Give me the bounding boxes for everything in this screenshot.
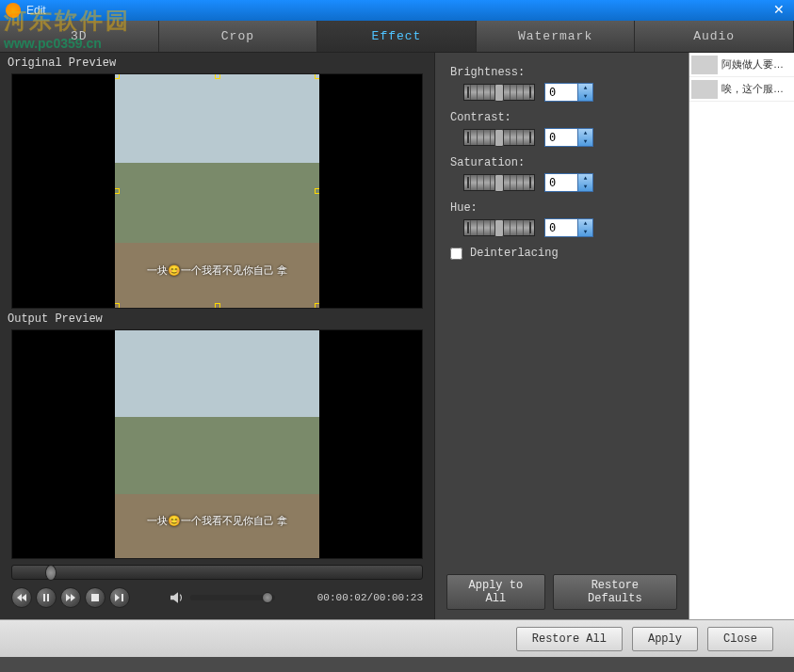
saturation-spinner[interactable]: ▲▼ [544, 173, 593, 192]
original-preview-label: Original Preview [0, 53, 434, 73]
original-video-frame: 一块😊一个我看不见你自己 拿 [115, 74, 320, 308]
svg-rect-0 [91, 594, 99, 601]
contrast-label: Contrast: [450, 111, 673, 124]
next-button[interactable] [109, 587, 130, 608]
time-display: 00:00:02/00:00:23 [317, 592, 423, 603]
saturation-down[interactable]: ▼ [578, 183, 592, 191]
volume-slider[interactable] [190, 595, 275, 600]
list-item-label: 唉，这个服务… [721, 82, 792, 96]
hue-input[interactable] [544, 218, 578, 237]
volume-knob[interactable] [262, 592, 273, 603]
saturation-input[interactable] [544, 173, 578, 192]
effect-panel: Brightness: ▲▼ Contrast: ▲▼ [434, 53, 689, 619]
volume-icon[interactable] [170, 590, 186, 605]
output-video-frame: 一块😊一个我看不见你自己 拿 [115, 330, 320, 558]
sidebar-list: 阿姨做人要诚… 唉，这个服务… [689, 53, 794, 619]
brightness-spinner[interactable]: ▲▼ [544, 83, 593, 102]
hue-down[interactable]: ▼ [578, 228, 592, 236]
hue-spinner[interactable]: ▲▼ [544, 218, 593, 237]
timeline-knob[interactable] [45, 565, 57, 581]
contrast-input[interactable] [544, 128, 578, 147]
original-preview: 一块😊一个我看不见你自己 拿 [11, 73, 423, 309]
brightness-slider[interactable] [463, 84, 535, 101]
hue-up[interactable]: ▲ [578, 219, 592, 228]
brightness-up[interactable]: ▲ [578, 84, 592, 92]
apply-button[interactable]: Apply [632, 627, 698, 651]
title-bar: Edit ✕ [0, 0, 794, 21]
saturation-up[interactable]: ▲ [578, 174, 592, 183]
tab-bar: 3D Crop Effect Watermark Audio [0, 21, 794, 53]
playback-timeline[interactable] [11, 565, 423, 580]
hue-slider[interactable] [463, 219, 535, 236]
list-item[interactable]: 唉，这个服务… [689, 77, 794, 102]
restore-all-button[interactable]: Restore All [516, 627, 623, 651]
stop-button[interactable] [85, 587, 105, 608]
app-icon [6, 3, 21, 18]
dialog-button-bar: Restore All Apply Close [0, 619, 794, 657]
deinterlacing-label: Deinterlacing [470, 247, 559, 260]
saturation-slider[interactable] [463, 174, 535, 191]
tab-effect[interactable]: Effect [317, 21, 477, 52]
brightness-input[interactable] [544, 83, 578, 102]
panel-footer: Apply to All Restore Defaults [435, 565, 689, 619]
contrast-spinner[interactable]: ▲▼ [544, 128, 593, 147]
list-item-label: 阿姨做人要诚… [721, 57, 792, 72]
output-preview-label: Output Preview [0, 309, 434, 329]
brightness-label: Brightness: [450, 66, 673, 79]
playback-controls: 00:00:02/00:00:23 [0, 584, 434, 616]
pause-button[interactable] [36, 587, 57, 608]
contrast-slider[interactable] [463, 129, 535, 146]
apply-to-all-button[interactable]: Apply to All [446, 574, 545, 610]
list-thumbnail [691, 56, 718, 74]
tab-crop[interactable]: Crop [159, 21, 318, 52]
saturation-label: Saturation: [450, 156, 673, 169]
tab-audio[interactable]: Audio [635, 21, 794, 52]
deinterlacing-checkbox[interactable] [450, 248, 462, 260]
preview-column: Original Preview 一块😊一个我看不见你自己 拿 Output P… [0, 53, 434, 619]
crop-handles[interactable] [115, 74, 320, 308]
tab-watermark[interactable]: Watermark [477, 21, 636, 52]
window-title: Edit [26, 4, 770, 17]
video-caption: 一块😊一个我看不见你自己 拿 [115, 514, 320, 528]
close-icon[interactable]: ✕ [770, 1, 788, 20]
restore-defaults-button[interactable]: Restore Defaults [553, 574, 677, 610]
contrast-down[interactable]: ▼ [578, 137, 592, 146]
hue-label: Hue: [450, 201, 673, 215]
brightness-down[interactable]: ▼ [578, 92, 592, 101]
list-item[interactable]: 阿姨做人要诚… [689, 53, 794, 77]
tab-3d[interactable]: 3D [0, 21, 159, 52]
rewind-button[interactable] [11, 587, 32, 608]
list-thumbnail [691, 80, 718, 99]
output-preview: 一块😊一个我看不见你自己 拿 [11, 329, 423, 559]
contrast-up[interactable]: ▲ [578, 129, 592, 137]
fast-forward-button[interactable] [60, 587, 81, 608]
close-button[interactable]: Close [707, 627, 773, 651]
